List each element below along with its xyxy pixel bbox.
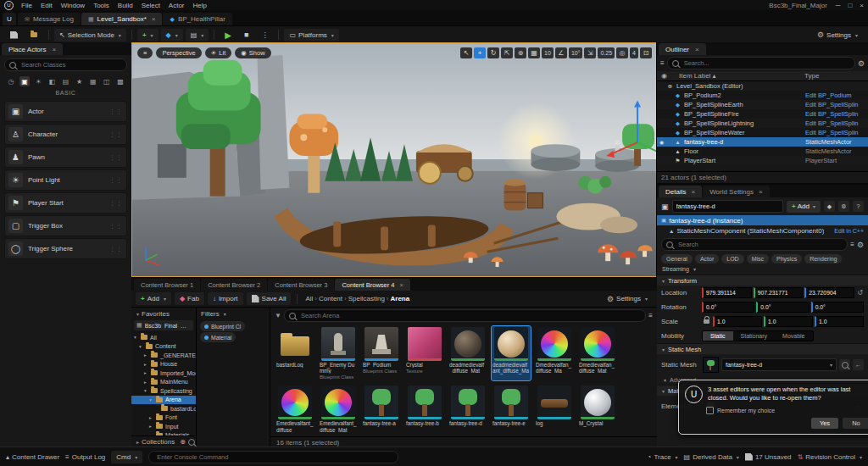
use-selected-asset-icon[interactable]: ← [853,359,864,370]
tab-details[interactable]: Details × [659,186,702,197]
unreal-logo-icon[interactable]: U [4,1,14,10]
content-browser-tab-2[interactable]: Content Browser 2 [201,279,267,291]
menu-actor[interactable]: Actor [164,2,189,9]
tree-item-spellcasting[interactable]: ▾Spellcasting [131,386,196,396]
asset-search-input[interactable] [299,311,641,320]
asset-emedievalfant-diffuse[interactable]: Emedievalfant_diffuse [275,385,314,433]
breadcrumb-all[interactable]: All [303,295,314,302]
breadcrumb-spellcasting[interactable]: Spellcasting [347,295,387,302]
mobility-static[interactable]: Static [703,331,733,341]
asset-search[interactable] [284,309,646,322]
grid-snap-value[interactable]: 10 [542,47,554,58]
stop-button[interactable]: ■ [239,29,253,42]
place-actor-trigger-sphere[interactable]: ◯Trigger Sphere⋮⋮ [4,238,127,259]
outliner-row-bp-spellsplinelightning[interactable]: ◆BP_SpellSplineLightningEdit BP_SpellSpl… [657,119,868,128]
menu-edit[interactable]: Edit [36,2,57,9]
drag-handle-icon[interactable]: ⋮⋮ [109,246,123,252]
filter-chip-blueprint-cl[interactable]: Blueprint Cl [200,321,245,331]
tree-item-house[interactable]: ▸House [131,360,196,369]
details-filter-actor[interactable]: Actor [695,254,719,264]
collections-row[interactable]: ▸ Collections ⊕ [131,435,196,447]
unsaved-button[interactable]: 17 Unsaved [745,453,792,461]
tree-caret-icon[interactable]: ▸ [144,380,149,385]
console-command-bar[interactable] [148,451,398,463]
scale-snap-value[interactable]: 0.25 [598,47,615,58]
breadcrumb-content[interactable]: Content [317,295,344,302]
category-visual-effects-icon[interactable]: ★ [75,76,85,86]
type-column-header[interactable]: Type [804,72,865,80]
add-component-button[interactable]: + Add ▾ [787,201,821,213]
drag-handle-icon[interactable]: ⋮⋮ [109,154,123,161]
grid-snap-icon[interactable]: ▦ [528,47,540,58]
mobility-stationary[interactable]: Stationary [733,331,776,341]
browse-mode-button[interactable] [25,29,43,42]
platforms-dropdown[interactable]: ▭ Platforms ▾ [284,29,338,42]
blueprints-dropdown[interactable]: ◆▾ [161,29,183,42]
outliner-row-bp-spellsplineearth[interactable]: ◆BP_SpellSplineEarthEdit BP_SpellSplin [657,100,868,109]
tree-caret-icon[interactable]: ▾ [144,388,149,393]
outliner-row-bp-spellsplinefire[interactable]: ◆BP_SpellSplineFireEdit BP_SpellSplin [657,109,868,119]
view-mode-dropdown[interactable]: ☀Lit [205,47,232,58]
close-icon[interactable]: × [695,46,699,53]
tree-caret-icon[interactable]: ▸ [144,370,149,375]
tree-item-content[interactable]: ▾Content [131,342,196,352]
mobility-movable[interactable]: Movable [775,331,812,341]
transform-scale-y[interactable]: 1.0 [764,316,813,327]
place-actor-player-start[interactable]: ⚑Player Start⋮⋮ [4,192,127,214]
asset-fantasy-tree-d[interactable]: fantasy-tree-d [448,385,487,433]
editor-tab-level-sandbox[interactable]: ▦Level_Sandbox*× [81,13,163,25]
output-log-button[interactable]: ≡ Output Log [65,453,105,461]
content-browser-tab-4[interactable]: Content Browser 4× [335,279,410,291]
outliner-search-input[interactable] [682,58,850,68]
close-icon[interactable]: × [691,188,695,196]
play-options-kebab-icon[interactable]: ⋮ [256,29,273,42]
revision-control-button[interactable]: ⇅ Revision Control ▾ [798,453,862,461]
outliner-search[interactable] [667,57,855,69]
minimize-button[interactable]: ─ [836,2,841,9]
tree-item-font[interactable]: ▸Font [131,413,196,423]
move-tool-icon[interactable]: + [474,47,486,58]
outliner-type[interactable]: Edit BP_Podium [805,92,866,99]
lock-icon[interactable] [704,319,709,324]
menu-file[interactable]: File [17,2,36,9]
outliner-row-bp-podium2[interactable]: ◆BP_Podium2Edit BP_Podium [657,91,868,100]
play-button[interactable]: ▶ [220,29,236,42]
outliner-menu-icon[interactable]: ≡ [660,59,665,67]
cinematics-dropdown[interactable]: ▤▾ [186,29,209,42]
place-actors-search[interactable] [4,58,127,71]
close-window-button[interactable]: × [860,2,864,9]
rotation-snap-icon[interactable]: ∠ [555,47,567,58]
transform-location-z[interactable]: 23.720904 [804,287,854,298]
tree-caret-icon[interactable]: ▸ [144,352,149,358]
asset-crystal[interactable]: CrystalTexture [405,326,444,380]
asset-bp-podium[interactable]: BP_PodiumBlueprint Class [362,326,401,380]
asset-emedievalfant-diffuse-mat[interactable]: Emedievalfant_diffuse_Mat [319,385,358,433]
tree-item-imported-models[interactable]: ▸Imported_Models [131,369,196,378]
add-content-button[interactable]: + Add ▾ [136,292,171,305]
asset-dmedievalfan-diffuse-mat[interactable]: Dmedievalfan_diffuse_Mat [578,326,617,380]
outliner-settings-icon[interactable]: ⚙ [858,59,865,68]
fab-button[interactable]: ◆ Fab [175,292,204,305]
category-shapes-icon[interactable]: ◧ [47,76,57,86]
content-drawer-button[interactable]: ▴ Content Drawer [6,453,59,461]
transform-rotation-y[interactable]: 0.0° [756,302,809,313]
search-classes-input[interactable] [19,60,122,69]
view-options-icon[interactable]: ≡ [648,312,653,319]
asset-log[interactable]: log [535,385,574,433]
rotation-snap-value[interactable]: 10° [569,47,583,58]
editor-tab-bp-healthpillar[interactable]: ◆BP_HealthPillar [163,13,231,25]
place-actors-tab[interactable]: Place Actors × [2,43,63,55]
tree-caret-icon[interactable]: ▸ [149,415,154,420]
drag-handle-icon[interactable]: ⋮⋮ [109,223,123,230]
transform-scale-x[interactable]: 1.0 [713,316,762,327]
convert-to-blueprint-icon[interactable]: ◆ [824,201,835,212]
tree-item-arena[interactable]: ▾Arena [131,396,196,405]
asset-deadmedievalf-diffuse-mat[interactable]: deadmedievalf_diffuse_Mat [448,326,487,380]
tree-caret-icon[interactable]: ▾ [139,344,144,349]
asset-bastardlog[interactable]: bastardLog [275,326,314,380]
transform-location-y[interactable]: 907.231771 [754,287,804,298]
static-mesh-thumbnail[interactable] [703,357,719,373]
reset-to-default-icon[interactable]: ↺ [856,289,864,297]
menu-select[interactable]: Select [137,2,164,9]
place-actor-trigger-box[interactable]: ▢Trigger Box⋮⋮ [4,215,127,236]
